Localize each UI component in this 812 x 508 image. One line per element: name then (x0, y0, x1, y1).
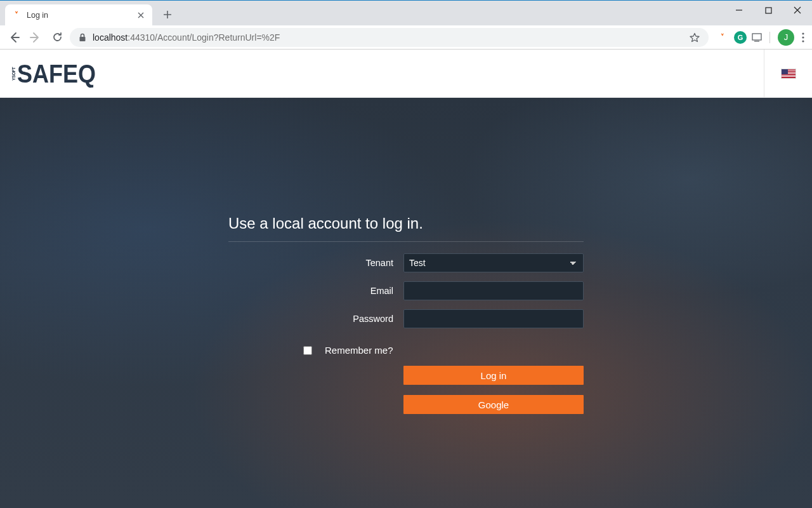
nav-reload-button[interactable] (48, 29, 66, 46)
avatar-initial: J (784, 32, 789, 42)
url-host: localhost (93, 32, 128, 43)
tab-title: Log in (27, 11, 48, 20)
nav-back-button[interactable] (5, 29, 23, 46)
browser-menu-button[interactable] (799, 32, 807, 43)
window-controls (724, 1, 812, 20)
password-label: Password (315, 314, 403, 324)
language-selector[interactable] (764, 50, 812, 97)
login-panel: Use a local account to log in. Tenant Te… (228, 215, 584, 508)
browser-toolbar: localhost:44310/Account/Login?ReturnUrl=… (0, 25, 812, 50)
window-close-button[interactable] (783, 1, 812, 20)
url-path: :44310/Account/Login?ReturnUrl=%2F (128, 32, 280, 43)
svg-rect-2 (752, 34, 761, 40)
password-input[interactable] (403, 309, 584, 328)
login-button[interactable]: Log in (403, 366, 584, 385)
google-button[interactable]: Google (403, 395, 584, 414)
page: YSOFT SAFEQ Use a local account to log i… (0, 50, 812, 508)
tenant-row: Tenant Test (228, 253, 584, 272)
kebab-icon (802, 32, 804, 43)
brand-logo[interactable]: YSOFT SAFEQ (11, 58, 96, 88)
password-row: Password (228, 309, 584, 328)
brand-prefix: YSOFT (11, 67, 16, 80)
profile-avatar[interactable]: J (778, 29, 794, 46)
toolbar-right: ˅ G J (712, 29, 807, 46)
tenant-select[interactable]: Test (403, 253, 584, 272)
extension-grammarly-icon[interactable]: G (734, 31, 747, 44)
tenant-label: Tenant (315, 258, 403, 268)
remember-row: Remember me? (228, 345, 584, 356)
svg-point-4 (802, 36, 804, 38)
window-minimize-button[interactable] (724, 1, 754, 20)
svg-point-5 (802, 40, 804, 42)
brand-name: SAFEQ (17, 58, 96, 88)
arrow-right-icon (30, 32, 41, 43)
extension-icon[interactable]: ˅ (716, 31, 729, 44)
window-maximize-button[interactable] (754, 1, 783, 20)
remember-checkbox[interactable] (303, 346, 312, 355)
url-text: localhost:44310/Account/Login?ReturnUrl=… (93, 32, 280, 43)
tab-close-button[interactable] (136, 10, 146, 20)
hero-section: Use a local account to log in. Tenant Te… (0, 98, 812, 508)
separator (769, 32, 770, 43)
extension-cast-icon[interactable] (752, 33, 762, 42)
close-icon (138, 12, 144, 18)
reload-icon (52, 32, 63, 43)
new-tab-button[interactable] (159, 6, 176, 23)
login-title: Use a local account to log in. (228, 215, 584, 242)
plus-icon (163, 10, 172, 19)
svg-rect-1 (80, 37, 86, 41)
arrow-left-icon (8, 32, 20, 43)
close-icon (794, 6, 801, 14)
nav-forward-button[interactable] (27, 29, 44, 46)
tab-favicon-icon: ˅ (11, 10, 22, 20)
bookmark-star-button[interactable] (690, 32, 700, 43)
remember-label: Remember me? (325, 345, 393, 356)
minimize-icon (735, 6, 743, 14)
lock-icon (79, 33, 86, 42)
email-label: Email (315, 286, 403, 296)
email-input[interactable] (403, 281, 584, 300)
flag-us-icon (781, 69, 796, 79)
maximize-icon (765, 7, 772, 14)
browser-titlebar: ˅ Log in (0, 1, 812, 25)
page-header: YSOFT SAFEQ (0, 50, 812, 98)
svg-rect-0 (766, 8, 771, 13)
address-bar[interactable]: localhost:44310/Account/Login?ReturnUrl=… (70, 28, 709, 47)
browser-tab[interactable]: ˅ Log in (5, 4, 152, 25)
star-icon (690, 32, 700, 43)
svg-point-3 (802, 32, 804, 34)
email-row: Email (228, 281, 584, 300)
